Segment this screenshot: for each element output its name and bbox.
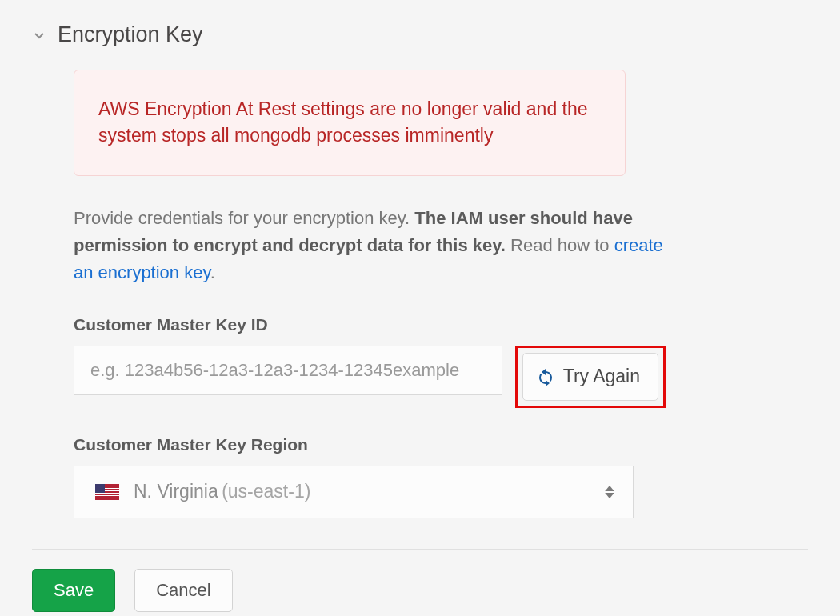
key-id-input[interactable] xyxy=(74,346,502,395)
section-title: Encryption Key xyxy=(58,22,203,47)
description-text: Provide credentials for your encryption … xyxy=(74,205,666,286)
cancel-button[interactable]: Cancel xyxy=(134,569,232,612)
section-header[interactable]: Encryption Key xyxy=(32,22,808,47)
refresh-icon xyxy=(536,367,555,386)
save-button[interactable]: Save xyxy=(32,569,115,612)
key-id-label: Customer Master Key ID xyxy=(74,315,666,334)
region-label: Customer Master Key Region xyxy=(74,435,666,454)
try-again-button[interactable]: Try Again xyxy=(522,353,658,401)
region-selected-code: (us-east-1) xyxy=(222,481,310,502)
region-select[interactable]: N. Virginia (us-east-1) xyxy=(74,466,634,518)
error-alert: AWS Encryption At Rest settings are no l… xyxy=(74,70,626,176)
description-period: . xyxy=(210,262,215,282)
try-again-highlight: Try Again xyxy=(515,346,666,408)
divider xyxy=(32,549,808,550)
region-selected-name: N. Virginia xyxy=(134,481,218,502)
chevron-down-icon xyxy=(32,28,46,42)
error-alert-text: AWS Encryption At Rest settings are no l… xyxy=(98,96,601,150)
try-again-label: Try Again xyxy=(563,366,640,387)
description-readhow: Read how to xyxy=(506,235,614,255)
us-flag-icon xyxy=(95,484,119,500)
select-caret-icon xyxy=(602,486,617,498)
description-intro: Provide credentials for your encryption … xyxy=(74,208,414,228)
footer-buttons: Save Cancel xyxy=(32,569,808,612)
